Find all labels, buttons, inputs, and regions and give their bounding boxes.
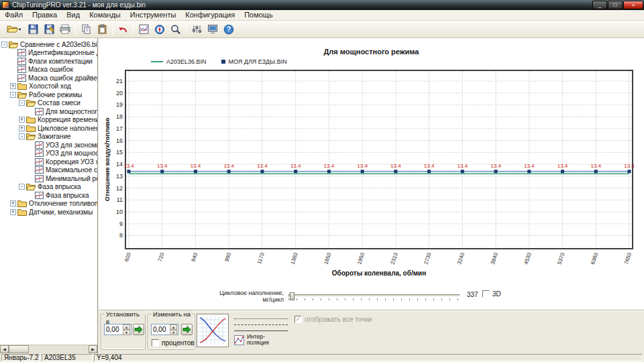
- tree-item[interactable]: Для мощностного...: [0, 107, 97, 116]
- scroll-left-icon[interactable]: ◀: [0, 345, 9, 353]
- interpolation-button[interactable]: Интер-поляция: [234, 334, 276, 346]
- menu-item-5[interactable]: Конфигурация: [180, 10, 239, 20]
- levels-icon: [192, 24, 202, 34]
- data-point[interactable]: [160, 170, 164, 173]
- line-style-option-dashed[interactable]: [234, 322, 288, 327]
- maximize-button[interactable]: □: [608, 1, 623, 9]
- data-point[interactable]: [260, 170, 264, 173]
- scrollbar-thumb[interactable]: [9, 345, 29, 353]
- tree-item[interactable]: Идентификационные данн...: [0, 49, 97, 58]
- dropdown-caret-icon[interactable]: ▾: [19, 27, 21, 32]
- menu-item-4[interactable]: Инструменты: [125, 10, 181, 20]
- zoom-button[interactable]: [168, 22, 184, 37]
- menu-item-0[interactable]: Файл: [0, 10, 28, 20]
- checkbox-percent[interactable]: [152, 339, 159, 347]
- close-button[interactable]: ×: [623, 1, 643, 9]
- menu-item-2[interactable]: Вид: [62, 10, 85, 20]
- data-point[interactable]: [127, 170, 131, 173]
- menu-item-1[interactable]: Правка: [28, 10, 62, 20]
- chart-view-button[interactable]: [136, 22, 152, 37]
- tree-item[interactable]: -Фаза впрыска: [0, 183, 97, 192]
- data-point[interactable]: [427, 170, 431, 173]
- tree-item[interactable]: -Рабочие режимы: [0, 90, 97, 99]
- checkbox-show-all-points[interactable]: ✓: [294, 316, 302, 323]
- cyclic-filling-slider[interactable]: [288, 294, 460, 302]
- tree-item[interactable]: Минимальный реа...: [0, 174, 97, 183]
- collapse-icon[interactable]: -: [10, 92, 16, 98]
- tree-item[interactable]: УОЗ для мощностн...: [0, 149, 97, 158]
- expand-icon[interactable]: +: [10, 209, 16, 215]
- point-value-label: 13.4: [157, 163, 168, 169]
- data-point[interactable]: [361, 170, 364, 173]
- spin-down-icon[interactable]: ▾: [123, 330, 130, 335]
- tree-item[interactable]: +Цикловое наполнение: [0, 124, 97, 133]
- percent-option: процентов: [152, 339, 195, 347]
- spin-up-icon[interactable]: ▴: [123, 324, 130, 330]
- open-button[interactable]: ▾: [3, 22, 25, 37]
- spin-down-icon[interactable]: ▾: [170, 330, 177, 335]
- data-point[interactable]: [294, 170, 297, 173]
- data-point[interactable]: [628, 170, 631, 173]
- chart-plot[interactable]: 8910111213141516171819202160072084099011…: [101, 66, 638, 288]
- folder-icon: [26, 125, 36, 132]
- tree-item[interactable]: -Сравнение с A203el36.bin: [0, 40, 97, 49]
- tree-item[interactable]: +Датчики, механизмы: [0, 208, 97, 217]
- tree-item[interactable]: +Холостой ход: [0, 82, 97, 91]
- save-as-button[interactable]: [41, 22, 57, 37]
- data-point[interactable]: [227, 170, 231, 173]
- spin-up-icon[interactable]: ▴: [170, 324, 177, 330]
- expand-icon[interactable]: +: [19, 117, 25, 123]
- collapse-icon[interactable]: -: [19, 100, 25, 106]
- line-style-option-solid[interactable]: [234, 328, 288, 333]
- line-style-option-dotted[interactable]: [234, 316, 288, 321]
- save-button[interactable]: [25, 22, 41, 37]
- tree-item[interactable]: Маска ошибок: [0, 66, 97, 74]
- curves-mode-button[interactable]: [197, 314, 229, 347]
- scrollbar-track[interactable]: [9, 345, 89, 353]
- menu-item-3[interactable]: Команды: [85, 10, 125, 20]
- copy-button[interactable]: [78, 22, 94, 37]
- data-point[interactable]: [561, 170, 564, 173]
- checkbox-3d[interactable]: [482, 290, 490, 298]
- change-value-input[interactable]: [152, 324, 170, 335]
- tree-item[interactable]: -Состав смеси: [0, 99, 97, 108]
- tree-item[interactable]: Максимальное см...: [0, 166, 97, 175]
- paste-button[interactable]: [94, 22, 110, 37]
- data-point[interactable]: [327, 170, 331, 173]
- tree-item[interactable]: +Коррекция времени вп...: [0, 116, 97, 125]
- expand-icon[interactable]: +: [10, 83, 16, 89]
- data-point[interactable]: [461, 170, 464, 173]
- tuner-button[interactable]: [189, 22, 205, 37]
- help-button[interactable]: ?: [221, 22, 237, 37]
- tree-item[interactable]: Фаза впрыска: [0, 191, 97, 200]
- tree-item[interactable]: +Отключение топливопода...: [0, 200, 97, 208]
- undo-button[interactable]: [115, 22, 131, 37]
- data-point[interactable]: [194, 170, 197, 173]
- print-button[interactable]: [57, 22, 73, 37]
- menu-item-6[interactable]: Помощь: [239, 10, 278, 20]
- compass-button[interactable]: [152, 22, 168, 37]
- data-point[interactable]: [527, 170, 531, 173]
- monitor-button[interactable]: [205, 22, 221, 37]
- data-point[interactable]: [494, 170, 498, 173]
- collapse-icon[interactable]: -: [1, 42, 7, 48]
- tree-item[interactable]: УОЗ для экономичн...: [0, 141, 97, 149]
- collapse-icon[interactable]: -: [19, 133, 25, 139]
- minimize-button[interactable]: _: [592, 1, 607, 9]
- tree-item[interactable]: -Зажигание: [0, 133, 97, 141]
- expand-icon[interactable]: +: [10, 200, 16, 206]
- expand-icon[interactable]: +: [19, 125, 25, 131]
- tree-item[interactable]: Коррекция УОЗ хо...: [0, 158, 97, 166]
- tree-horizontal-scrollbar[interactable]: ◀ ▶: [0, 345, 97, 353]
- data-point[interactable]: [594, 170, 598, 173]
- apply-set-button[interactable]: [133, 324, 144, 335]
- scroll-right-icon[interactable]: ▶: [89, 345, 97, 353]
- tree-item[interactable]: Маска ошибок драйверно...: [0, 74, 97, 82]
- data-point[interactable]: [394, 170, 397, 173]
- slider-thumb[interactable]: [290, 292, 294, 300]
- collapse-icon[interactable]: -: [19, 184, 25, 190]
- apply-change-button[interactable]: [181, 324, 193, 335]
- folder-open-icon: [26, 99, 36, 107]
- tree-item[interactable]: Флаги комплектации: [0, 57, 97, 66]
- set-value-input[interactable]: [105, 324, 123, 335]
